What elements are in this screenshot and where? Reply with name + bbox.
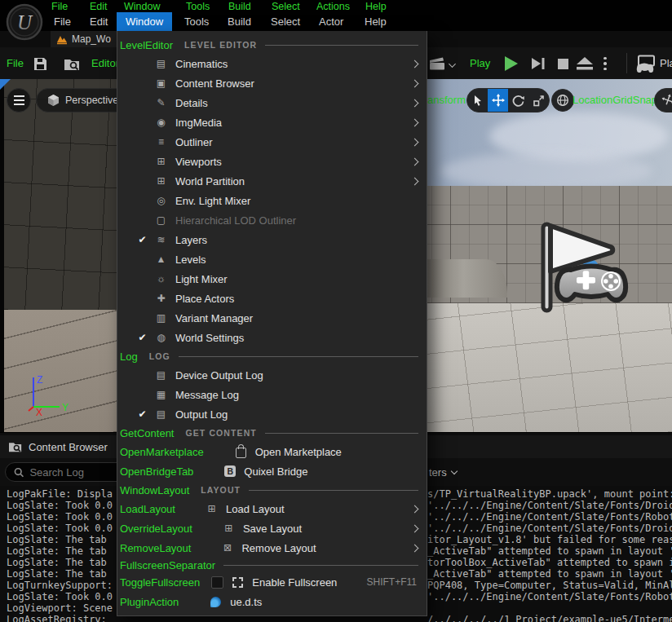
menu-item-world-partition[interactable]: ⊞World Partition	[117, 171, 427, 191]
menu-item-quixel-bridge[interactable]: OpenBridgeTabBQuixel Bridge	[117, 461, 427, 481]
log-line-left: LogPakFile: Displa	[7, 488, 113, 500]
menu-item-label: Quixel Bridge	[244, 465, 307, 478]
menu-item-load-layout[interactable]: LoadLayout⊞Load Layout	[117, 499, 427, 518]
log-line-right: '../../../Engine/Content/Slate/Fonts/Rob…	[427, 591, 672, 602]
fullscreen-checkbox[interactable]	[211, 576, 223, 589]
menubar-item-edit[interactable]: Edit	[90, 12, 108, 31]
log-line-left: LogSlate: Took 0.0	[7, 523, 113, 534]
menubar-item-build[interactable]: Build	[228, 12, 251, 31]
menu-item-label: Message Log	[175, 389, 239, 401]
rotate-icon	[512, 95, 524, 107]
player-start-sprite[interactable]	[532, 216, 634, 324]
menu-item-open-marketplace[interactable]: OpenMarketplaceOpen Marketplace	[117, 442, 427, 461]
play-button[interactable]	[499, 53, 522, 74]
submenu-arrow-icon	[411, 118, 419, 126]
move-icon	[492, 94, 505, 107]
check-icon: ✔	[135, 408, 149, 420]
menu-item-place-actors[interactable]: ✚Place Actors	[117, 289, 427, 308]
skip-frame-button[interactable]	[527, 54, 548, 73]
level-tab-map[interactable]: Map_Wo	[51, 31, 126, 47]
cinematics-toolbar-button[interactable]	[426, 54, 458, 73]
viewport-cylinder-mesh[interactable]	[427, 259, 507, 298]
menu-item-details[interactable]: ✎Details	[117, 93, 427, 112]
filters-dropdown[interactable]: ters	[429, 462, 457, 482]
menu-item-levels[interactable]: ▲Levels	[117, 249, 427, 269]
menu-item-device-output-log[interactable]: ▤Device Output Log	[117, 365, 427, 385]
menu-section-heading: LAYOUT	[201, 485, 241, 495]
level-tab-label: Map_Wo	[72, 33, 111, 45]
platforms-label: Pla	[660, 57, 672, 69]
menubar-item-help[interactable]: Help	[365, 12, 387, 31]
levels-icon: ▲	[154, 254, 168, 265]
menu-item-hierarchical-lod-outliner[interactable]: ▢Hierarchical LOD Outliner	[117, 210, 427, 230]
menu-item-viewports[interactable]: ⊞Viewports	[117, 152, 427, 171]
stop-button[interactable]	[553, 55, 573, 73]
viewport-options-button[interactable]	[7, 88, 31, 112]
menu-item-label: Enable Fullscreen	[252, 576, 337, 589]
menu-item-debug-id: OpenMarketplace	[120, 446, 204, 458]
imgmedia-icon: ◉	[154, 117, 168, 128]
viewports-icon: ⊞	[154, 156, 168, 167]
viewport-shadowed-wall	[0, 79, 117, 310]
platforms-button[interactable]: Pla	[634, 52, 672, 74]
remove-layout-icon: ⊠	[220, 542, 234, 554]
menubar-item-window[interactable]: Window	[117, 12, 172, 31]
perspective-label: Perspective	[65, 95, 118, 106]
world-settings-icon: ◍	[154, 332, 168, 343]
menu-item-light-mixer[interactable]: ☼Light Mixer	[117, 269, 427, 289]
menu-item-debug-id: RemoveLayout	[120, 542, 191, 554]
world-space-toggle-button[interactable]	[551, 89, 574, 112]
menubar-item-actor[interactable]: Actor	[319, 12, 343, 31]
menu-item-label: Save Layout	[243, 523, 302, 535]
log-line-right: itor_Layout_v1.8' but failed for some re…	[427, 534, 672, 545]
menu-section-debug-id: Log	[120, 351, 138, 363]
menu-item-save-layout[interactable]: OverrideLayout⊞Save Layout	[117, 518, 427, 538]
menu-item-debug-id: PluginAction	[120, 596, 179, 608]
menu-item-remove-layout[interactable]: RemoveLayout⊠Remove Layout	[117, 538, 427, 558]
menu-item-label: Load Layout	[226, 503, 285, 515]
menu-item-variant-manager[interactable]: ▥Variant Manager	[117, 308, 427, 328]
menubar-item-tools[interactable]: Tools	[184, 12, 209, 31]
load-layout-icon: ⊞	[205, 503, 219, 514]
cube-icon	[47, 94, 60, 107]
move-tool-button[interactable]	[488, 89, 508, 112]
log-line-left: LogSlate: The tab	[7, 545, 113, 557]
hlod-outliner-icon: ▢	[154, 214, 168, 226]
variant-manager-icon: ▥	[154, 312, 168, 324]
menu-item-label: Details	[175, 97, 208, 109]
menubar-item-file[interactable]: File	[54, 12, 71, 31]
filters-partial-label: ters	[429, 466, 447, 479]
details-icon: ✎	[154, 97, 168, 108]
menu-item-outliner[interactable]: ≡Outliner	[117, 132, 427, 152]
menu-item-message-log[interactable]: ▦Message Log	[117, 385, 427, 404]
menu-item-imgmedia[interactable]: ◉ImgMedia	[117, 112, 427, 132]
kebab-icon	[603, 57, 607, 60]
scale-tool-button[interactable]	[528, 89, 549, 112]
svg-text:X: X	[36, 407, 42, 418]
content-browser-button[interactable]	[60, 54, 83, 73]
menu-item-cinematics[interactable]: ▤Cinematics	[117, 54, 427, 73]
save-button[interactable]	[29, 54, 51, 73]
submenu-arrow-icon	[411, 544, 419, 552]
menu-item-enable-fullscreen[interactable]: ToggleFullscreenEnable FullscreenSHIFT+F…	[117, 572, 427, 592]
menu-item-layers[interactable]: ✔≋Layers	[117, 230, 427, 249]
eject-button[interactable]	[573, 54, 597, 73]
grid-snap-button[interactable]	[654, 88, 672, 112]
menu-section-divider	[249, 490, 418, 491]
rotate-tool-button[interactable]	[508, 89, 528, 112]
menubar-overlay-tools: Tools	[186, 1, 210, 12]
menu-item-label: Device Output Log	[175, 369, 263, 382]
play-options-kebab-button[interactable]	[599, 54, 612, 73]
svg-text:Z: Z	[37, 374, 42, 386]
snap-icon	[660, 92, 672, 109]
menubar-overlay-window: Window	[124, 1, 160, 12]
menu-section-heading: LOG	[149, 351, 170, 361]
menu-item-content-browser[interactable]: ▣Content Browser	[117, 73, 427, 93]
menu-item-world-settings[interactable]: ✔◍World Settings	[117, 328, 427, 347]
menu-item-ue-d-ts[interactable]: PluginActionue.d.ts	[117, 592, 427, 611]
menu-item-env-light-mixer[interactable]: ◎Env. Light Mixer	[117, 191, 427, 210]
menu-item-output-log[interactable]: ✔▤Output Log	[117, 404, 427, 424]
menubar-item-select[interactable]: Select	[271, 12, 300, 31]
select-tool-button[interactable]	[467, 89, 488, 112]
menu-item-label: ImgMedia	[175, 117, 222, 129]
